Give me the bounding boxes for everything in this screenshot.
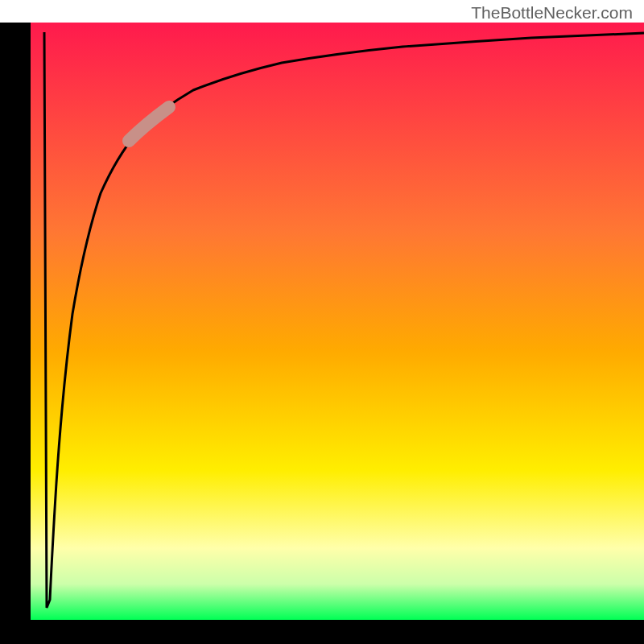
y-axis-border [0, 0, 31, 644]
gradient-background [31, 23, 644, 620]
watermark-text: TheBottleNecker.com [471, 3, 633, 23]
chart-svg [0, 0, 644, 644]
x-axis-border [0, 620, 644, 644]
corner-tl [0, 0, 31, 23]
bottleneck-chart: TheBottleNecker.com [0, 0, 644, 644]
